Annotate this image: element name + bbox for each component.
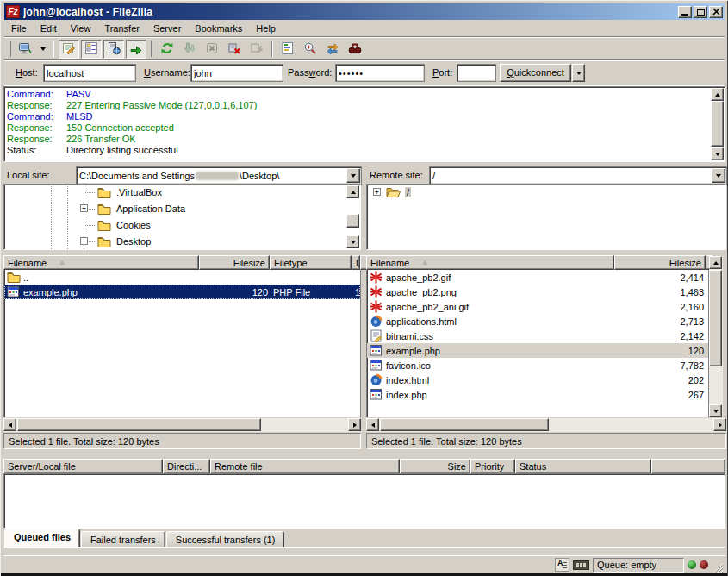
activity-led-red-icon <box>700 560 708 569</box>
column-header-filesize[interactable]: Filesize <box>614 255 706 270</box>
column-header-filetype[interactable]: Filetype <box>270 255 352 270</box>
host-input[interactable] <box>44 65 135 81</box>
cell-last-modified <box>352 270 361 285</box>
site-manager-dropdown[interactable] <box>37 40 48 59</box>
toggle-local-tree-button[interactable] <box>81 40 102 59</box>
tree-expander-minus[interactable]: - <box>80 237 88 245</box>
title-bar[interactable]: Fz john@localhost - FileZilla <box>4 3 725 20</box>
toolbar-grip[interactable] <box>9 41 11 57</box>
php-file-icon <box>370 388 383 401</box>
remote-site-dropdown-button[interactable] <box>712 168 725 183</box>
menu-file[interactable]: File <box>4 21 34 36</box>
file-row-bitnami.css[interactable]: bitnami.css2,142 <box>367 329 708 343</box>
port-input[interactable] <box>457 65 495 81</box>
tree-item-cookies[interactable]: Cookies <box>4 217 343 233</box>
queue-column-priority[interactable]: Priority <box>470 459 515 473</box>
column-header-l[interactable]: L <box>352 255 360 270</box>
menu-edit[interactable]: Edit <box>34 21 64 36</box>
synchronized-browsing-button[interactable] <box>322 40 343 59</box>
toggle-queue-button[interactable] <box>126 40 146 59</box>
tab-queued-files[interactable]: Queued files <box>4 529 80 547</box>
file-row-applications.html[interactable]: applications.html2,713 <box>367 314 708 329</box>
data-type-indicator-icon[interactable]: A <box>555 558 569 572</box>
toolbar-separator <box>271 41 273 57</box>
log-line: Command:MLSD <box>4 111 725 122</box>
queue-column-remote-file[interactable]: Remote file <box>210 459 400 473</box>
scroll-thumb[interactable] <box>709 270 722 366</box>
menu-transfer[interactable]: Transfer <box>97 21 146 36</box>
toggle-message-log-button[interactable] <box>59 40 79 59</box>
tree-expander-plus[interactable]: + <box>373 188 381 196</box>
chevron-down-icon <box>351 174 356 178</box>
log-scroll-down-button[interactable] <box>711 147 724 160</box>
disconnect-button[interactable] <box>224 40 245 59</box>
local-site-combo[interactable]: C:\Documents and Settings\Desktop\ <box>77 167 361 184</box>
maximize-button[interactable] <box>694 6 707 18</box>
cell-filename: .. <box>4 270 200 285</box>
file-row-example.php[interactable]: example.php120 <box>367 343 708 358</box>
tab-successful-transfers-1-[interactable]: Successful transfers (1) <box>166 531 285 547</box>
tab-failed-transfers[interactable]: Failed transfers <box>81 531 165 547</box>
file-row-index.html[interactable]: index.html202 <box>367 373 708 387</box>
queue-column-size[interactable]: Size <box>400 459 470 473</box>
toggle-remote-tree-button[interactable] <box>103 40 124 59</box>
queue-column-server-local-file[interactable]: Server/Local file <box>3 459 163 473</box>
file-row-apache-pb2.png[interactable]: apache_pb2.png1,463 <box>367 285 708 299</box>
scroll-right-button[interactable] <box>348 418 361 431</box>
queue-column-directi-[interactable]: Directi... <box>163 459 210 473</box>
file-row-apache-pb2-ani.gif[interactable]: apache_pb2_ani.gif2,160 <box>367 299 708 314</box>
directory-comparison-button[interactable] <box>300 40 320 59</box>
queue-column-status[interactable]: Status <box>515 459 651 473</box>
disconnect-icon <box>227 41 241 57</box>
password-input[interactable] <box>336 65 424 81</box>
toggle-queue-icon <box>129 41 143 57</box>
file-row-apache-pb2.gif[interactable]: apache_pb2.gif2,414 <box>367 270 708 285</box>
scroll-down-button[interactable] <box>709 404 722 417</box>
filter-button[interactable] <box>277 40 298 59</box>
menu-help[interactable]: Help <box>249 21 283 36</box>
scroll-left-button[interactable] <box>366 418 379 431</box>
tree-item-root[interactable]: +/ <box>367 185 725 200</box>
column-header-filename[interactable]: Filename▲ <box>3 255 199 270</box>
file-row-example.php[interactable]: example.php120PHP File1 <box>4 285 360 299</box>
quickconnect-button[interactable]: Quickconnect <box>500 64 571 82</box>
scroll-up-button[interactable] <box>346 185 359 198</box>
log-line: Response:226 Transfer OK <box>4 134 725 145</box>
refresh-button[interactable] <box>157 40 177 59</box>
local-site-dropdown-button[interactable] <box>346 168 360 183</box>
column-header-filesize[interactable]: Filesize <box>199 255 270 270</box>
scroll-up-button[interactable] <box>709 256 722 269</box>
menu-server[interactable]: Server <box>146 21 188 36</box>
log-scroll-up-button[interactable] <box>711 88 724 101</box>
directory-comparison-icon <box>303 41 317 57</box>
log-scroll-thumb[interactable] <box>711 101 724 147</box>
local-site-label: Local site: <box>7 170 50 180</box>
scroll-thumb[interactable] <box>17 418 261 431</box>
resize-grip[interactable] <box>712 561 724 573</box>
tree-expander-plus[interactable]: + <box>80 204 88 212</box>
scroll-thumb[interactable] <box>346 214 359 228</box>
scroll-left-button[interactable] <box>3 418 16 431</box>
file-row-favicon.ico[interactable]: favicon.ico7,782 <box>367 358 708 373</box>
username-input[interactable] <box>191 65 283 81</box>
menu-view[interactable]: View <box>64 21 98 36</box>
scroll-down-button[interactable] <box>346 235 359 248</box>
scroll-thumb[interactable] <box>380 418 549 431</box>
remote-site-combo[interactable]: / <box>430 167 726 184</box>
find-files-button[interactable] <box>345 40 365 59</box>
site-manager-button[interactable] <box>15 40 35 59</box>
remote-selection-status: Selected 1 file. Total size: 120 bytes <box>366 433 726 449</box>
column-header-filename[interactable]: Filename▲ <box>366 255 614 270</box>
tree-item--virtualbox[interactable]: .VirtualBox <box>4 185 343 200</box>
quickconnect-dropdown-button[interactable] <box>572 64 585 82</box>
minimize-button[interactable] <box>678 6 692 18</box>
scroll-right-button[interactable] <box>713 418 726 431</box>
file-row-..[interactable]: .. <box>4 270 360 285</box>
folder-icon <box>97 203 113 216</box>
tree-item-desktop[interactable]: -Desktop <box>4 234 343 249</box>
html-file-icon <box>370 373 383 386</box>
file-row-index.php[interactable]: index.php267 <box>367 387 708 402</box>
tree-item-application-data[interactable]: +Application Data <box>4 201 343 216</box>
menu-bookmarks[interactable]: Bookmarks <box>188 21 249 36</box>
close-button[interactable] <box>709 6 723 18</box>
